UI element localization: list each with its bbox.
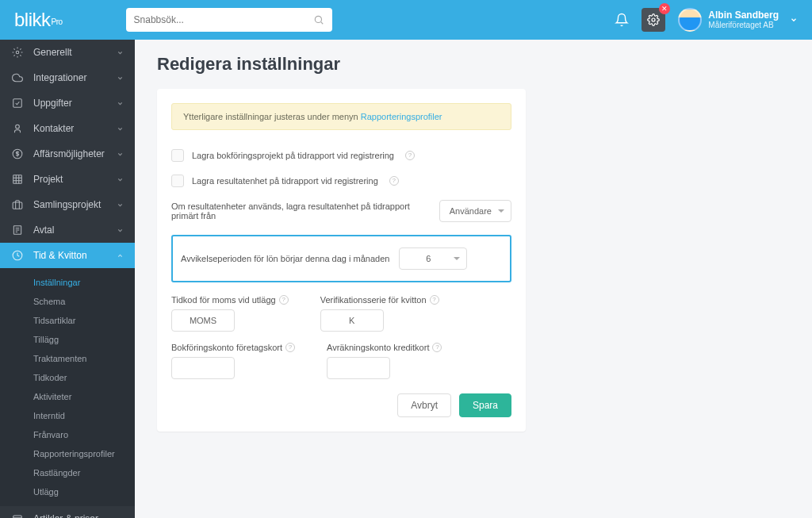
checkbox-row-bokforing: Lagra bokföringsprojekt på tidrapport vi… bbox=[171, 149, 511, 162]
banner-link[interactable]: Rapporteringsprofiler bbox=[361, 112, 442, 121]
sidebar-item-avtal[interactable]: Avtal bbox=[0, 217, 135, 243]
field-label: Om resultatenheter används, lagra result… bbox=[171, 201, 431, 221]
field-label: Tidkod för moms vid utlägg bbox=[171, 295, 276, 305]
subnav-item-traktamenten[interactable]: Traktamenten bbox=[0, 349, 135, 368]
resultat-select[interactable]: Användare bbox=[439, 200, 511, 222]
chevron-down-icon bbox=[117, 151, 124, 158]
cancel-button[interactable]: Avbryt bbox=[397, 393, 451, 417]
sidebar-item-label: Affärsmöjligheter bbox=[33, 148, 107, 159]
svg-rect-4 bbox=[13, 99, 22, 108]
checkbox-label: Lagra bokföringsprojekt på tidrapport vi… bbox=[192, 151, 394, 160]
sidebar-item-label: Kontakter bbox=[33, 123, 107, 134]
logo: blikkPro bbox=[14, 9, 63, 31]
verif-input[interactable] bbox=[320, 309, 384, 332]
header-right: ✕ Albin Sandberg Måleriföretaget AB bbox=[615, 8, 798, 32]
clock-icon bbox=[11, 250, 24, 261]
svg-rect-12 bbox=[13, 202, 22, 209]
sidebar-item-generellt[interactable]: Generellt bbox=[0, 40, 135, 65]
sidebar-item-kontakter[interactable]: Kontakter bbox=[0, 116, 135, 141]
subnav-item-inst-llningar[interactable]: Inställningar bbox=[0, 273, 135, 292]
sidebar-item-samlingsprojekt[interactable]: Samlingsprojekt bbox=[0, 192, 135, 217]
search-input[interactable] bbox=[134, 14, 313, 25]
sidebar-item-projekt[interactable]: Projekt bbox=[0, 167, 135, 192]
page-title: Redigera inställningar bbox=[157, 54, 790, 75]
tidkod-col: Tidkod för moms vid utlägg ? bbox=[171, 295, 289, 332]
settings-card: Ytterligare inställningar justeras under… bbox=[157, 89, 526, 432]
sidebar-item-artiklar-priser[interactable]: Artiklar & priser bbox=[0, 506, 135, 518]
settings-button[interactable]: ✕ bbox=[642, 8, 665, 32]
checkbox-resultat[interactable] bbox=[171, 175, 184, 187]
sidebar-item-aff-rsm-jligheter[interactable]: Affärsmöjligheter bbox=[0, 141, 135, 167]
sidebar-item-label: Samlingsprojekt bbox=[33, 199, 107, 210]
subnav-item-utl-gg[interactable]: Utlägg bbox=[0, 482, 135, 501]
cloud-icon bbox=[11, 72, 24, 83]
form-actions: Avbryt Spara bbox=[171, 393, 511, 417]
checkbox-row-resultat: Lagra resultatenhet på tidrapport vid re… bbox=[171, 175, 511, 187]
field-label: Verifikationsserie för kvitton bbox=[320, 295, 427, 305]
close-badge-icon[interactable]: ✕ bbox=[659, 3, 670, 14]
save-button[interactable]: Spara bbox=[459, 393, 511, 417]
avatar bbox=[678, 8, 702, 32]
sidebar-item-uppgifter[interactable]: Uppgifter bbox=[0, 90, 135, 116]
bokf-input[interactable] bbox=[171, 357, 235, 379]
bell-icon[interactable] bbox=[615, 13, 629, 27]
subnav-item-schema[interactable]: Schema bbox=[0, 292, 135, 311]
tag-icon bbox=[11, 513, 24, 518]
sidebar-item-tid-kvitton[interactable]: Tid & Kvitton bbox=[0, 243, 135, 268]
user-name: Albin Sandberg bbox=[708, 10, 779, 21]
help-icon[interactable]: ? bbox=[279, 295, 289, 305]
subnav-item-rapporteringsprofiler[interactable]: Rapporteringsprofiler bbox=[0, 444, 135, 463]
chevron-down-icon bbox=[117, 125, 124, 132]
sidebar-item-label: Projekt bbox=[33, 174, 107, 185]
help-icon[interactable]: ? bbox=[285, 343, 295, 352]
svg-rect-7 bbox=[13, 175, 22, 184]
subnav-item-interntid[interactable]: Interntid bbox=[0, 406, 135, 425]
tidkod-input[interactable] bbox=[171, 309, 235, 332]
help-icon[interactable]: ? bbox=[389, 176, 399, 186]
user-company: Måleriföretaget AB bbox=[708, 21, 779, 30]
svg-point-2 bbox=[652, 18, 655, 21]
subnav-item-till-gg[interactable]: Tillägg bbox=[0, 330, 135, 349]
help-icon[interactable]: ? bbox=[430, 295, 439, 305]
subnav-item-tidsartiklar[interactable]: Tidsartiklar bbox=[0, 311, 135, 330]
chevron-down-icon bbox=[117, 176, 124, 183]
sidebar-item-integrationer[interactable]: Integrationer bbox=[0, 65, 135, 90]
file-icon bbox=[11, 224, 24, 236]
chevron-down-icon bbox=[117, 516, 124, 519]
main-content: Redigera inställningar Ytterligare instä… bbox=[135, 40, 812, 518]
sidebar: GenerelltIntegrationerUppgifterKontakter… bbox=[0, 40, 135, 518]
search-wrap bbox=[126, 8, 332, 32]
chevron-down-icon bbox=[117, 227, 124, 234]
app-header: blikkPro ✕ Albin Sandberg Måleriföretage… bbox=[0, 0, 812, 40]
chevron-down-icon bbox=[117, 49, 124, 56]
chevron-down-icon bbox=[117, 75, 124, 82]
checkbox-bokforing[interactable] bbox=[171, 149, 184, 162]
info-banner: Ytterligare inställningar justeras under… bbox=[171, 103, 511, 130]
chevron-down-icon bbox=[117, 201, 124, 209]
subnav-item-fr-nvaro[interactable]: Frånvaro bbox=[0, 425, 135, 444]
field-label: Avräkningskonto kreditkort bbox=[327, 343, 429, 352]
verif-col: Verifikationsserie för kvitton ? bbox=[320, 295, 439, 332]
search-icon[interactable] bbox=[313, 14, 324, 25]
help-icon[interactable]: ? bbox=[405, 151, 415, 160]
subnav-item-tidkoder[interactable]: Tidkoder bbox=[0, 368, 135, 387]
sidebar-item-label: Avtal bbox=[33, 224, 107, 236]
subnav: InställningarSchemaTidsartiklarTilläggTr… bbox=[0, 268, 135, 506]
gear-icon bbox=[11, 47, 24, 58]
checkbox-label: Lagra resultatenhet på tidrapport vid re… bbox=[192, 176, 378, 186]
sidebar-item-label: Uppgifter bbox=[33, 98, 107, 109]
subnav-item-aktiviteter[interactable]: Aktiviteter bbox=[0, 387, 135, 406]
field-label: Avvikelseperioden för lön börjar denna d… bbox=[181, 254, 389, 263]
sidebar-item-label: Integrationer bbox=[33, 72, 107, 83]
brief-icon bbox=[11, 199, 24, 210]
dollar-icon bbox=[11, 148, 24, 159]
svg-line-1 bbox=[320, 22, 323, 25]
avvikelse-select[interactable]: 6 bbox=[399, 247, 467, 270]
help-icon[interactable]: ? bbox=[432, 343, 442, 352]
user-menu[interactable]: Albin Sandberg Måleriföretaget AB bbox=[678, 8, 798, 32]
subnav-item-rastl-ngder[interactable]: Rastlängder bbox=[0, 463, 135, 482]
bokf-col: Bokföringskonto företagskort ? bbox=[171, 343, 295, 379]
svg-point-0 bbox=[315, 16, 321, 22]
svg-point-5 bbox=[16, 125, 20, 129]
avr-input[interactable] bbox=[327, 357, 390, 379]
